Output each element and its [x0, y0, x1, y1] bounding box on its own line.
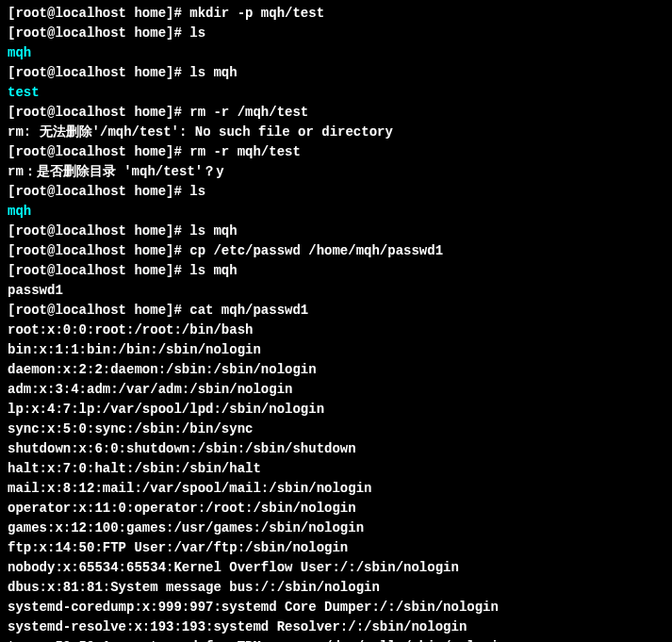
terminal-text: [root@localhost home]# ls: [8, 25, 205, 41]
terminal-text: [root@localhost home]# ls mqh: [8, 263, 238, 278]
terminal-text: systemd-resolve:x:193:193:systemd Resolv…: [8, 619, 467, 634]
terminal-line: systemd-resolve:x:193:193:systemd Resolv…: [8, 617, 664, 637]
terminal-text: dbus:x:81:81:System message bus:/:/sbin/…: [8, 580, 380, 595]
terminal-line: halt:x:7:0:halt:/sbin:/sbin/halt: [8, 459, 664, 479]
terminal-text: ftp:x:14:50:FTP User:/var/ftp:/sbin/nolo…: [8, 540, 348, 555]
terminal-line: [root@localhost home]# mkdir -p mqh/test: [8, 4, 664, 24]
terminal-text: adm:x:3:4:adm:/var/adm:/sbin/nologin: [8, 382, 292, 397]
terminal-text: rm: 无法删除'/mqh/test': No such file or dir…: [8, 124, 393, 140]
terminal-text: [root@localhost home]# rm -r /mqh/test: [8, 105, 308, 120]
terminal-line: operator:x:11:0:operator:/root:/sbin/nol…: [8, 499, 664, 519]
terminal-line: [root@localhost home]# ls mqh: [8, 63, 664, 83]
terminal-line: test: [8, 83, 664, 103]
terminal-line: mail:x:8:12:mail:/var/spool/mail:/sbin/n…: [8, 479, 664, 499]
terminal-line: passwd1: [8, 281, 664, 301]
terminal-line: rm：是否删除目录 'mqh/test'？y: [8, 162, 664, 182]
terminal-text: shutdown:x:6:0:shutdown:/sbin:/sbin/shut…: [8, 441, 356, 456]
terminal-text: [root@localhost home]# ls: [8, 184, 205, 199]
terminal-line: tss:x:59:59:Account used for TPM access:…: [8, 637, 664, 642]
terminal-text: bin:x:1:1:bin:/bin:/sbin/nologin: [8, 342, 261, 357]
terminal-line: systemd-coredump:x:999:997:systemd Core …: [8, 598, 664, 617]
terminal-output[interactable]: [root@localhost home]# mkdir -p mqh/test…: [8, 4, 664, 642]
terminal-line: [root@localhost home]# rm -r mqh/test: [8, 142, 664, 162]
terminal-text: mail:x:8:12:mail:/var/spool/mail:/sbin/n…: [8, 481, 371, 496]
terminal-line: bin:x:1:1:bin:/bin:/sbin/nologin: [8, 340, 664, 360]
terminal-text: mqh: [8, 204, 31, 219]
terminal-text: [root@localhost home]# ls mqh: [8, 223, 238, 239]
terminal-text: rm：是否删除目录 'mqh/test'？y: [8, 164, 224, 179]
terminal-line: mqh: [8, 202, 664, 222]
terminal-text: halt:x:7:0:halt:/sbin:/sbin/halt: [8, 461, 261, 476]
terminal-line: games:x:12:100:games:/usr/games:/sbin/no…: [8, 519, 664, 538]
terminal-line: mqh: [8, 43, 664, 63]
terminal-text: mqh: [8, 45, 31, 60]
terminal-text: [root@localhost home]# ls mqh: [8, 65, 238, 80]
terminal-line: adm:x:3:4:adm:/var/adm:/sbin/nologin: [8, 380, 664, 400]
terminal-text: test: [8, 85, 40, 100]
terminal-text: root:x:0:0:root:/root:/bin/bash: [8, 322, 253, 337]
terminal-line: lp:x:4:7:lp:/var/spool/lpd:/sbin/nologin: [8, 400, 664, 420]
terminal-text: [root@localhost home]# rm -r mqh/test: [8, 144, 301, 159]
terminal-text: [root@localhost home]# mkdir -p mqh/test: [8, 6, 324, 21]
terminal-text: systemd-coredump:x:999:997:systemd Core …: [8, 600, 499, 615]
terminal-text: lp:x:4:7:lp:/var/spool/lpd:/sbin/nologin: [8, 402, 324, 417]
terminal-line: nobody:x:65534:65534:Kernel Overflow Use…: [8, 558, 664, 578]
terminal-line: rm: 无法删除'/mqh/test': No such file or dir…: [8, 123, 664, 142]
terminal-text: sync:x:5:0:sync:/sbin:/bin/sync: [8, 421, 253, 436]
terminal-line: [root@localhost home]# cp /etc/passwd /h…: [8, 241, 664, 261]
terminal-line: [root@localhost home]# rm -r /mqh/test: [8, 103, 664, 123]
terminal-line: dbus:x:81:81:System message bus:/:/sbin/…: [8, 578, 664, 598]
terminal-line: [root@localhost home]# ls mqh: [8, 261, 664, 281]
terminal-text: passwd1: [8, 283, 63, 298]
terminal-line: root:x:0:0:root:/root:/bin/bash: [8, 321, 664, 340]
terminal-line: [root@localhost home]# cat mqh/passwd1: [8, 301, 664, 321]
terminal-text: daemon:x:2:2:daemon:/sbin:/sbin/nologin: [8, 362, 317, 377]
terminal-line: ftp:x:14:50:FTP User:/var/ftp:/sbin/nolo…: [8, 538, 664, 558]
terminal-text: operator:x:11:0:operator:/root:/sbin/nol…: [8, 501, 356, 516]
terminal-text: [root@localhost home]# cp /etc/passwd /h…: [8, 243, 443, 258]
terminal-text: games:x:12:100:games:/usr/games:/sbin/no…: [8, 520, 364, 535]
terminal-line: [root@localhost home]# ls: [8, 182, 664, 202]
terminal-text: [root@localhost home]# cat mqh/passwd1: [8, 303, 308, 318]
terminal-line: daemon:x:2:2:daemon:/sbin:/sbin/nologin: [8, 360, 664, 380]
terminal-line: [root@localhost home]# ls mqh: [8, 222, 664, 241]
terminal-line: sync:x:5:0:sync:/sbin:/bin/sync: [8, 420, 664, 439]
terminal-line: [root@localhost home]# ls: [8, 24, 664, 43]
terminal-line: shutdown:x:6:0:shutdown:/sbin:/sbin/shut…: [8, 439, 664, 459]
terminal-text: nobody:x:65534:65534:Kernel Overflow Use…: [8, 560, 459, 575]
